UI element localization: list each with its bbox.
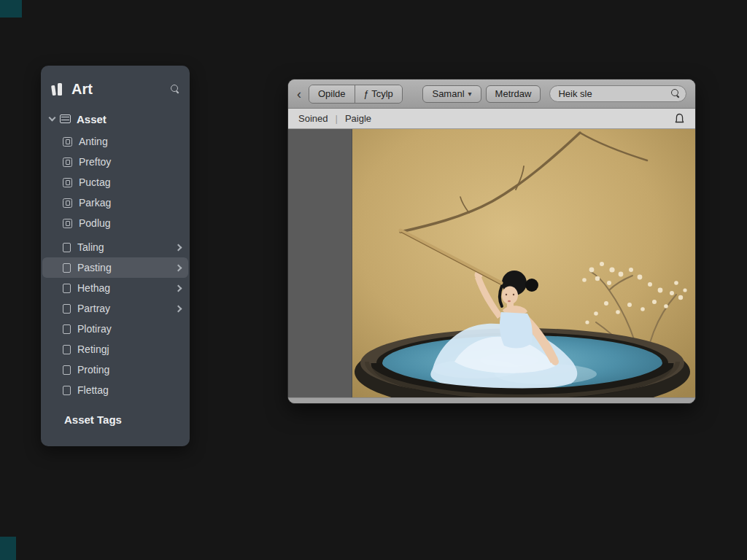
sidebar-item-retingj[interactable]: Retingj bbox=[42, 339, 188, 359]
opilde-button[interactable]: Opilde bbox=[309, 85, 355, 103]
sidebar-item-flettag[interactable]: Flettag bbox=[42, 380, 188, 400]
window-content bbox=[288, 129, 695, 397]
sidebar-item-taling[interactable]: Taling bbox=[42, 237, 188, 257]
window-bottom-frame bbox=[288, 397, 695, 403]
bell-icon[interactable] bbox=[674, 113, 685, 125]
sidebar-section-asset[interactable]: Asset bbox=[41, 109, 190, 128]
sidebar-item-anting[interactable]: Anting bbox=[42, 131, 188, 152]
sidebar-item-parkag[interactable]: Parkag bbox=[42, 192, 188, 213]
chevron-right-icon bbox=[175, 284, 182, 292]
file-icon bbox=[63, 324, 71, 334]
viewer-window: ‹ Opilde ƒ Tcylp Samanl ▾ Metrdaw Soined… bbox=[287, 79, 696, 404]
artwork-image bbox=[352, 129, 695, 397]
sidebar-panel: Art Asset Anting Preftoy Puctag Pa bbox=[41, 66, 190, 446]
asset-tags-heading[interactable]: Asset Tags bbox=[41, 400, 190, 426]
sidebar-item-podlug[interactable]: Podlug bbox=[42, 213, 188, 233]
window-statusbar: Soined | Paigle bbox=[288, 109, 695, 129]
sidebar-header: Art bbox=[41, 76, 190, 102]
image-icon bbox=[63, 178, 72, 187]
samanl-label: Samanl bbox=[432, 88, 464, 99]
chevron-right-icon bbox=[175, 305, 182, 312]
soined-menu-item[interactable]: Soined bbox=[298, 113, 328, 124]
image-icon bbox=[63, 137, 72, 147]
file-icon bbox=[63, 263, 71, 273]
image-icon bbox=[63, 198, 72, 208]
search-icon[interactable] bbox=[171, 85, 179, 93]
sidebar-item-plotiray[interactable]: Plotiray bbox=[42, 319, 188, 339]
sidebar-item-pasting[interactable]: Pasting bbox=[42, 257, 188, 278]
sidebar-item-preftoy[interactable]: Preftoy bbox=[42, 152, 188, 172]
dress-bodice bbox=[500, 312, 533, 348]
image-icon bbox=[63, 219, 72, 228]
sidebar-item-hethag[interactable]: Hethag bbox=[42, 278, 188, 298]
sidebar-item-puctag[interactable]: Puctag bbox=[42, 172, 188, 192]
statusbar-divider: | bbox=[335, 113, 337, 124]
sidebar-item-partray[interactable]: Partray bbox=[42, 298, 188, 319]
app-title: Art bbox=[71, 81, 171, 98]
section-label: Asset bbox=[77, 113, 107, 125]
search-icon[interactable] bbox=[671, 89, 680, 98]
window-toolbar: ‹ Opilde ƒ Tcylp Samanl ▾ Metrdaw bbox=[288, 79, 695, 109]
samanl-dropdown[interactable]: Samanl ▾ bbox=[422, 85, 481, 103]
tcylp-button[interactable]: ƒ Tcylp bbox=[355, 85, 402, 103]
content-left-gutter bbox=[288, 129, 352, 397]
search-box bbox=[549, 85, 686, 102]
dropdown-caret-icon: ▾ bbox=[468, 90, 472, 98]
books-icon bbox=[51, 82, 64, 96]
sidebar-item-list: Anting Preftoy Puctag Parkag Podlug Tali… bbox=[41, 131, 190, 400]
chevron-down-icon bbox=[49, 114, 56, 122]
decor-square-top bbox=[0, 0, 22, 18]
artwork-canvas bbox=[352, 129, 695, 397]
paigle-menu-item[interactable]: Paigle bbox=[345, 113, 371, 124]
file-icon bbox=[63, 304, 71, 314]
chevron-right-icon bbox=[175, 244, 182, 251]
file-icon bbox=[63, 345, 71, 354]
hair-bun bbox=[525, 279, 538, 292]
metrdaw-button[interactable]: Metrdaw bbox=[486, 85, 541, 103]
file-icon bbox=[63, 386, 71, 395]
file-icon bbox=[63, 284, 71, 293]
search-input[interactable] bbox=[549, 85, 686, 102]
file-icon bbox=[63, 243, 71, 252]
segmented-control: Opilde ƒ Tcylp bbox=[309, 85, 403, 104]
back-button[interactable]: ‹ bbox=[294, 88, 304, 101]
list-icon bbox=[60, 114, 71, 123]
decor-square-bottom bbox=[0, 537, 16, 560]
sidebar-item-proting[interactable]: Proting bbox=[42, 359, 188, 380]
chevron-right-icon bbox=[175, 264, 182, 271]
file-icon bbox=[63, 365, 71, 375]
image-icon bbox=[63, 158, 72, 167]
